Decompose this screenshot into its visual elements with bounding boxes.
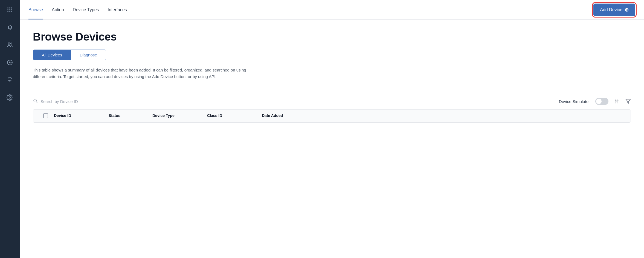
device-simulator-toggle[interactable]	[595, 98, 608, 105]
main-content: Browse Action Device Types Interfaces Ad…	[20, 0, 644, 258]
tab-action[interactable]: Action	[52, 0, 64, 19]
search-wrapper	[33, 98, 112, 104]
users-icon[interactable]	[4, 39, 15, 50]
sub-tab-all-devices[interactable]: All Devices	[33, 50, 71, 60]
device-simulator-label: Device Simulator	[559, 99, 590, 104]
page-description: This table shows a summary of all device…	[33, 67, 257, 80]
table-col-date-added: Date Added	[262, 113, 317, 118]
svg-point-2	[11, 7, 12, 8]
svg-rect-9	[8, 26, 11, 29]
svg-point-1	[9, 7, 10, 8]
svg-point-30	[9, 97, 11, 98]
svg-point-8	[11, 11, 12, 12]
sub-tabs: All Devices Diagnose	[33, 50, 106, 60]
svg-point-23	[11, 43, 12, 44]
tab-interfaces[interactable]: Interfaces	[108, 0, 127, 19]
svg-point-4	[9, 9, 10, 10]
tab-browse[interactable]: Browse	[28, 0, 43, 19]
table-col-device-type: Device Type	[152, 113, 207, 118]
select-all-checkbox[interactable]	[43, 113, 48, 118]
add-device-label: Add Device	[600, 7, 622, 12]
svg-point-5	[11, 9, 12, 10]
settings-icon[interactable]	[4, 92, 15, 103]
toolbar: Device Simulator	[33, 98, 631, 105]
nav-tabs: Browse Action Device Types Interfaces	[28, 0, 127, 19]
svg-line-32	[36, 102, 37, 103]
svg-point-6	[7, 11, 8, 12]
table-col-status: Status	[109, 113, 152, 118]
svg-marker-29	[9, 62, 10, 63]
fingerprint-icon[interactable]	[4, 74, 15, 85]
table-header: Device ID Status Device Type Class ID Da…	[33, 110, 631, 122]
svg-point-0	[7, 7, 8, 8]
column-settings-button[interactable]	[614, 98, 620, 104]
page-title: Browse Devices	[33, 31, 631, 43]
divider	[33, 89, 631, 89]
svg-point-7	[9, 11, 10, 12]
content-area: Browse Devices All Devices Diagnose This…	[20, 20, 644, 258]
toolbar-right: Device Simulator	[559, 98, 631, 105]
grid-icon[interactable]	[4, 4, 15, 15]
chip-icon[interactable]	[4, 22, 15, 33]
table-col-device-id: Device ID	[54, 113, 109, 118]
search-input[interactable]	[40, 99, 112, 104]
search-icon	[33, 98, 38, 104]
filter-button[interactable]	[625, 99, 631, 104]
compass-icon[interactable]	[4, 57, 15, 68]
table-header-checkbox	[37, 113, 54, 118]
table-col-class-id: Class ID	[207, 113, 262, 118]
sidebar	[0, 0, 20, 258]
svg-point-31	[34, 99, 37, 102]
device-table: Device ID Status Device Type Class ID Da…	[33, 109, 631, 123]
svg-marker-39	[626, 99, 631, 104]
tab-device-types[interactable]: Device Types	[73, 0, 99, 19]
toggle-knob	[596, 99, 602, 104]
plus-icon: ⊕	[625, 7, 629, 13]
header: Browse Action Device Types Interfaces Ad…	[20, 0, 644, 20]
svg-point-22	[8, 43, 10, 44]
svg-point-3	[7, 9, 8, 10]
sub-tab-diagnose[interactable]: Diagnose	[71, 50, 106, 60]
add-device-button[interactable]: Add Device ⊕	[593, 4, 635, 16]
